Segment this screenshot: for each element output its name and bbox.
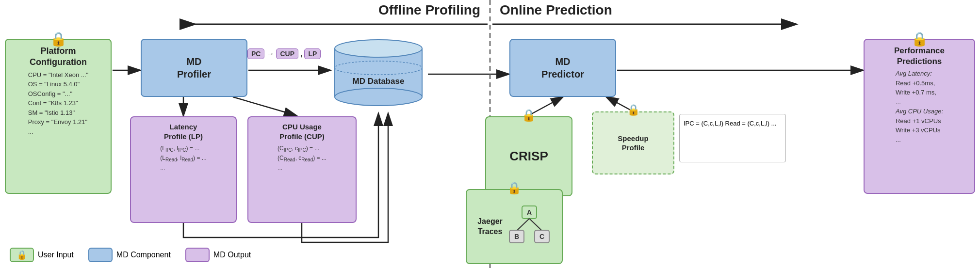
cpu-usage-profile-content: (CIPC, cIPC) = ... (CRead, cRead) = ... … xyxy=(278,144,327,173)
svg-text:A: A xyxy=(527,208,532,216)
md-profiler-title: MDProfiler xyxy=(177,55,211,80)
svg-line-11 xyxy=(233,97,296,115)
latency-profile-title: LatencyProfile (LP) xyxy=(164,122,203,141)
ipc-content: IPC = (C,c,L,l) Read = (C,c,L,l) ... xyxy=(684,118,782,129)
arrow-pc: → xyxy=(266,49,274,58)
md-predictor-box: MDPredictor xyxy=(509,39,616,97)
legend-md-component-label: MD Component xyxy=(116,251,171,259)
legend-md-output-box xyxy=(185,248,210,262)
svg-text:MD Database: MD Database xyxy=(353,77,405,86)
comma-sep: , xyxy=(300,49,302,58)
ipc-info-box: IPC = (C,c,L,l) Read = (C,c,L,l) ... xyxy=(679,114,786,162)
legend-user-input: 🔒 User Input xyxy=(10,248,74,262)
speedup-profile-box: 🔒 SpeedupProfile xyxy=(592,111,674,174)
lp-tag: LP xyxy=(304,48,321,59)
offline-profiling-label: Offline Profiling xyxy=(378,2,490,18)
legend-md-component-box xyxy=(88,248,113,262)
tree-diagram-svg: A B C xyxy=(507,205,551,249)
perf-predictions-title: PerformancePredictions xyxy=(894,46,945,67)
user-icon-jaeger: 🔒 xyxy=(507,181,522,195)
crisp-title: CRISP xyxy=(509,148,548,165)
latency-profile-box: LatencyProfile (LP) (LIPC, lIPC) = ... (… xyxy=(130,116,237,223)
speedup-profile-title: SpeedupProfile xyxy=(618,134,648,153)
svg-point-18 xyxy=(335,88,422,106)
jaeger-traces-box: 🔒 JaegerTraces A B C xyxy=(466,189,563,264)
cup-tag: CUP xyxy=(276,48,298,59)
svg-point-17 xyxy=(335,40,422,57)
cpu-usage-profile-title: CPU UsageProfile (CUP) xyxy=(279,122,325,141)
user-icon-crisp: 🔒 xyxy=(522,109,536,122)
crisp-box: 🔒 CRISP xyxy=(485,116,572,196)
pc-tag: PC xyxy=(247,48,264,59)
latency-profile-content: (LIPC, lIPC) = ... (LRead, lRead) = ... … xyxy=(160,144,207,173)
md-profiler-box: MDProfiler xyxy=(141,39,247,97)
legend-md-component: MD Component xyxy=(88,248,171,262)
legend-md-output: MD Output xyxy=(185,248,251,262)
user-icon-platform: 🔒 xyxy=(50,31,67,47)
jaeger-inner: JaegerTraces A B C xyxy=(477,205,551,249)
legend: 🔒 User Input MD Component MD Output xyxy=(10,248,251,262)
legend-user-input-box: 🔒 xyxy=(10,248,34,262)
user-icon-perf: 🔒 xyxy=(911,31,928,47)
user-icon-speedup: 🔒 xyxy=(627,104,640,116)
svg-line-23 xyxy=(517,219,529,230)
cpu-usage-profile-box: CPU UsageProfile (CUP) (CIPC, cIPC) = ..… xyxy=(247,116,357,223)
md-database-svg: MD Database xyxy=(330,36,427,111)
svg-line-24 xyxy=(529,219,541,230)
online-prediction-label: Online Prediction xyxy=(490,2,612,18)
diagram-container: Offline Profiling Online Prediction 🔒 Pl… xyxy=(0,0,980,268)
perf-predictions-box: 🔒 PerformancePredictions Avg Latency: Re… xyxy=(864,39,975,194)
platform-config-title: PlatformConfiguration xyxy=(30,46,87,68)
pc-cup-lp-area: PC → CUP , LP xyxy=(247,48,321,59)
legend-user-input-label: User Input xyxy=(38,251,74,259)
platform-config-content: CPU = "Intel Xeon ..." OS = "Linux 5.4.0… xyxy=(28,70,88,137)
platform-config-box: 🔒 PlatformConfiguration CPU = "Intel Xeo… xyxy=(5,39,112,194)
legend-md-output-label: MD Output xyxy=(213,251,251,259)
svg-text:C: C xyxy=(539,233,544,240)
md-predictor-title: MDPredictor xyxy=(541,55,584,80)
svg-text:B: B xyxy=(514,233,519,240)
perf-predictions-content: Avg Latency: Read +0.5ms, Write +0.7 ms,… xyxy=(896,69,943,144)
jaeger-title: JaegerTraces xyxy=(477,217,503,237)
legend-lock-icon: 🔒 xyxy=(16,250,27,260)
